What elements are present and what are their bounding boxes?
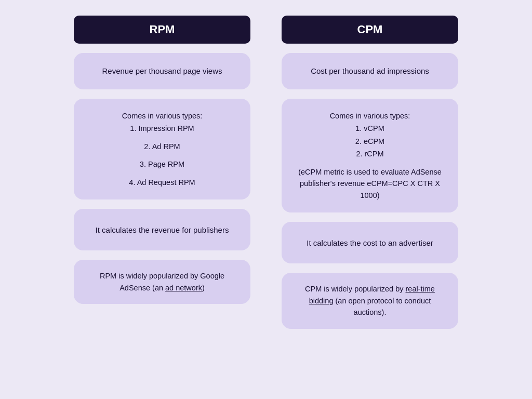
cpm-types-intro: Comes in various types: <box>294 110 446 122</box>
cpm-header: CPM <box>282 16 458 44</box>
cpm-types-list: Comes in various types: 1. vCPM 2. eCPM … <box>294 109 446 202</box>
rpm-types-list: Comes in various types: 1. Impression RP… <box>122 109 203 189</box>
page-container: RPM Revenue per thousand page views Come… <box>0 0 532 399</box>
cpm-definition-card: Cost per thousand ad impressions <box>282 53 458 89</box>
rpm-definition-text: Revenue per thousand page views <box>102 65 222 77</box>
rpm-type-3: 3. Page RPM <box>122 158 203 170</box>
rpm-types-card: Comes in various types: 1. Impression RP… <box>74 99 250 200</box>
rpm-header: RPM <box>74 16 250 44</box>
rpm-ad-network-link[interactable]: ad network <box>165 284 202 292</box>
cpm-calculates-text: It calculates the cost to an advertiser <box>307 237 433 249</box>
rpm-type-2: 2. Ad RPM <box>122 141 203 152</box>
cpm-types-note: (eCPM metric is used to evaluate AdSense… <box>294 166 446 201</box>
rpm-calculates-card: It calculates the revenue for publishers <box>74 209 250 250</box>
cpm-type-1: 1. vCPM <box>294 123 446 134</box>
cpm-definition-text: Cost per thousand ad impressions <box>311 65 429 77</box>
cpm-types-card: Comes in various types: 1. vCPM 2. eCPM … <box>282 99 458 212</box>
cpm-popularized-card: CPM is widely popularized by real-time b… <box>282 273 458 328</box>
cpm-header-label: CPM <box>357 23 383 36</box>
rpm-type-1: 1. Impression RPM <box>122 123 203 134</box>
cpm-calculates-card: It calculates the cost to an advertiser <box>282 222 458 263</box>
rpm-types-intro: Comes in various types: <box>122 110 203 122</box>
cpm-type-2: 2. eCPM <box>294 136 446 147</box>
rpm-popularized-text: RPM is widely popularized by Google AdSe… <box>86 270 238 294</box>
rpm-calculates-text: It calculates the revenue for publishers <box>96 224 229 236</box>
cpm-popularized-text: CPM is widely popularized by real-time b… <box>294 283 446 318</box>
cpm-column: CPM Cost per thousand ad impressions Com… <box>282 16 458 329</box>
rpm-popularized-card: RPM is widely popularized by Google AdSe… <box>74 260 250 304</box>
rpm-type-4: 4. Ad Request RPM <box>122 177 203 188</box>
cpm-type-3: 2. rCPM <box>294 148 446 159</box>
rpm-column: RPM Revenue per thousand page views Come… <box>74 16 250 304</box>
rpm-definition-card: Revenue per thousand page views <box>74 53 250 89</box>
rpm-header-label: RPM <box>150 23 175 36</box>
